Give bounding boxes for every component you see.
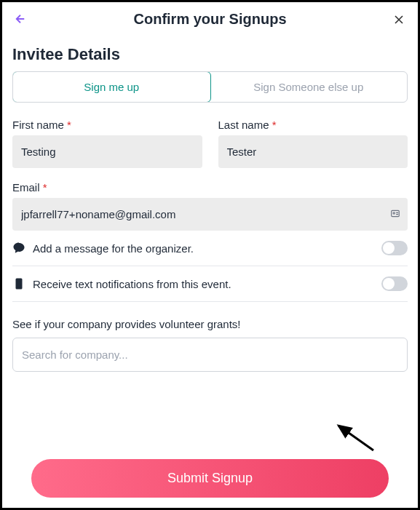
- last-name-input[interactable]: [218, 135, 408, 168]
- sms-option-label: Receive text notifications from this eve…: [33, 278, 231, 290]
- first-name-label: First name *: [12, 119, 202, 131]
- message-icon: [12, 242, 25, 255]
- message-toggle[interactable]: [381, 241, 408, 255]
- close-icon[interactable]: [392, 12, 406, 31]
- message-option-label: Add a message for the organizer.: [33, 242, 194, 255]
- svg-rect-2: [16, 279, 23, 290]
- email-input[interactable]: [12, 198, 408, 231]
- svg-rect-0: [392, 210, 400, 216]
- company-search-input[interactable]: [12, 338, 408, 372]
- annotation-arrow-icon: [330, 421, 381, 458]
- tab-sign-someone-else[interactable]: Sign Someone else up: [210, 72, 408, 102]
- email-label: Email *: [12, 181, 408, 194]
- signup-tabs: Sign me up Sign Someone else up: [12, 71, 408, 103]
- submit-signup-button[interactable]: Submit Signup: [31, 459, 389, 498]
- svg-point-1: [393, 212, 395, 213]
- section-title: Invitee Details: [12, 45, 408, 64]
- grants-label: See if your company provides volunteer g…: [12, 318, 408, 330]
- contact-card-icon: [390, 208, 400, 220]
- sms-toggle[interactable]: [381, 276, 408, 291]
- tab-sign-me-up[interactable]: Sign me up: [12, 71, 211, 103]
- svg-line-4: [338, 426, 373, 450]
- back-arrow-icon[interactable]: [14, 12, 27, 29]
- last-name-label: Last name *: [218, 119, 408, 131]
- first-name-input[interactable]: [12, 135, 202, 168]
- modal-title: Confirm your Signups: [134, 11, 287, 28]
- phone-icon: [12, 277, 25, 290]
